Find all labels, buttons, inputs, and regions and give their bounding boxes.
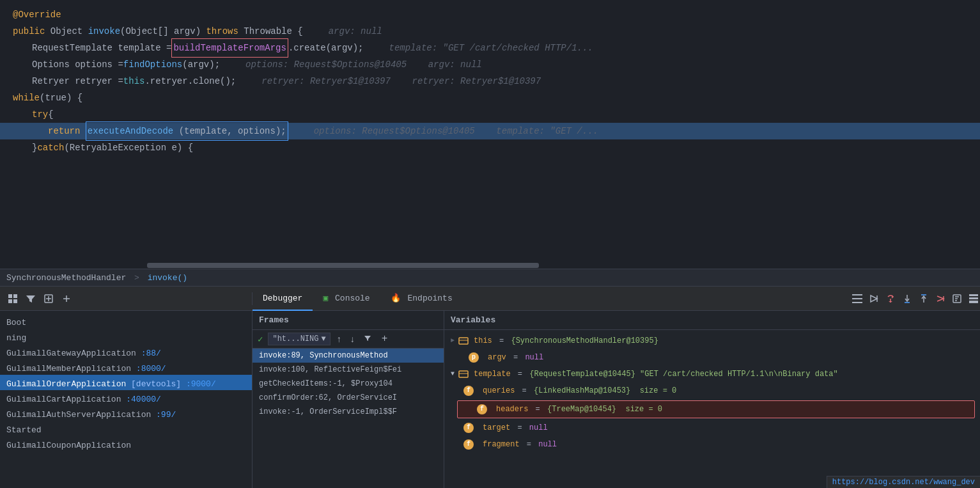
code-text: (template, options); — [179, 126, 286, 136]
code-line-7: try { — [0, 106, 980, 123]
var-name: queries — [483, 384, 515, 397]
variables-panel: Variables ► this = {SynchronousMethodHan… — [444, 311, 980, 488]
code-text: (RetryableException e) { — [64, 139, 193, 156]
var-item-queries: f queries = {LinkedHashMap@10453} size =… — [444, 382, 980, 399]
sidebar-item-boot[interactable]: Boot — [0, 313, 252, 329]
console-icon: ▣ — [323, 294, 328, 303]
code-line-1: @Override — [0, 6, 980, 23]
sidebar-item-cart[interactable]: GulimallCartApplication :40000/ — [0, 390, 252, 405]
var-value: null — [525, 351, 543, 364]
evaluate-icon[interactable] — [951, 292, 963, 305]
svg-rect-7 — [852, 302, 862, 303]
code-line-5: Retryer retryer = this .retryer.clone();… — [0, 73, 980, 90]
var-value: {TreeMap@10454} size = 0 — [547, 403, 662, 416]
variables-list: ► this = {SynchronousMethodHandler@10395… — [444, 330, 980, 488]
frames-filter-btn[interactable] — [361, 333, 374, 345]
code-text: public — [13, 23, 51, 40]
code-text: } — [32, 139, 37, 156]
var-item-this: ► this = {SynchronousMethodHandler@10395… — [444, 333, 980, 349]
step-into-icon[interactable] — [901, 292, 914, 305]
code-text: return — [48, 123, 80, 139]
frame-item-0[interactable]: invoke:89, SynchronousMethod — [253, 349, 444, 363]
svg-rect-0 — [8, 294, 12, 298]
svg-rect-2 — [8, 299, 12, 303]
sidebar-item-started[interactable]: Started — [0, 421, 252, 436]
code-text: Object — [51, 23, 88, 40]
debug-hint: template: "GET /cart/checked HTTP/1... — [389, 40, 593, 56]
code-text: catch — [37, 139, 64, 156]
code-text: @Override — [13, 6, 61, 23]
sidebar-item-auth[interactable]: GulimallAuthServerApplication :99/ — [0, 405, 252, 421]
var-list-icon — [458, 336, 469, 346]
restore-icon[interactable] — [42, 292, 55, 305]
sidebar-item-order[interactable]: GulimallOrderApplication [devtools] :900… — [0, 375, 252, 390]
filter-icon[interactable] — [24, 292, 37, 305]
var-name: target — [483, 421, 510, 434]
badge-f-icon: f — [477, 404, 487, 414]
list-icon[interactable] — [851, 292, 864, 305]
horizontal-scrollbar[interactable] — [0, 262, 980, 269]
code-line-9: } catch (RetryableException e) { — [0, 139, 980, 156]
code-line-3: RequestTemplate template = buildTemplate… — [0, 40, 980, 56]
sidebar-item-member[interactable]: GulimallMemberApplication :8000/ — [0, 359, 252, 375]
frame-item-1[interactable]: invoke:100, ReflectiveFeign$Fei — [253, 363, 444, 377]
frames-dropdown[interactable]: "ht...NING ▼ — [268, 333, 330, 345]
svg-rect-12 — [969, 297, 978, 299]
scrollbar-thumb — [147, 263, 539, 268]
code-editor: @Override public Object invoke (Object[]… — [0, 0, 980, 269]
breadcrumb-class: SynchronousMethodHandler — [6, 273, 126, 283]
bottom-toolbar: Debugger ▣ Console 🔥 Endpoints — [0, 287, 980, 311]
debug-hint: argv: null — [329, 23, 382, 40]
badge-f-icon: f — [463, 423, 474, 433]
var-value: null — [538, 438, 557, 451]
tab-endpoints[interactable]: 🔥 Endpoints — [380, 287, 463, 311]
svg-rect-6 — [852, 298, 862, 299]
tab-console[interactable]: ▣ Console — [313, 287, 380, 311]
code-text: invoke — [88, 23, 120, 40]
tab-debugger[interactable]: Debugger — [253, 287, 313, 311]
debug-hint: options: Request$Options@10405 template:… — [314, 123, 598, 139]
endpoints-icon: 🔥 — [391, 294, 401, 303]
frames-up-btn[interactable]: ↑ — [334, 333, 344, 345]
svg-rect-16 — [459, 371, 468, 377]
var-value: {LinkedHashMap@10453} size = 0 — [534, 384, 676, 397]
code-text: (Object[] argv) — [120, 23, 206, 40]
table-icon[interactable] — [967, 292, 980, 305]
frame-item-2[interactable]: getCheckedItems:-1, $Proxy104 — [253, 377, 444, 391]
expand-arrow-icon[interactable]: ► — [451, 335, 455, 347]
var-item-headers: f headers = {TreeMap@10454} size = 0 — [457, 400, 975, 418]
var-value: {SynchronousMethodHandler@10395} — [511, 335, 658, 347]
code-text: Retryer retryer = — [32, 73, 123, 90]
sidebar-item-ning[interactable]: ning — [0, 329, 252, 344]
add-icon[interactable] — [60, 292, 73, 305]
frames-plus-btn[interactable]: + — [378, 333, 392, 345]
frames-panel: Frames ✓ "ht...NING ▼ ↑ ↓ + — [253, 311, 444, 488]
var-list-icon — [458, 369, 469, 379]
bottom-content: Boot ning GulimallGatewayApplication :88… — [0, 311, 980, 488]
badge-f-icon: f — [463, 439, 474, 450]
var-equals: = — [517, 384, 531, 397]
badge-f-icon: f — [463, 386, 474, 396]
frame-item-4[interactable]: invoke:-1, OrderServiceImpl$$F — [253, 405, 444, 419]
frames-down-btn[interactable]: ↓ — [348, 333, 357, 345]
sidebar-item-coupon[interactable]: GulimallCouponApplication — [0, 436, 252, 452]
code-text: throws — [206, 23, 244, 40]
svg-rect-11 — [969, 294, 978, 296]
code-text: try — [32, 106, 48, 123]
resume-icon[interactable] — [867, 292, 880, 305]
collapse-arrow-icon[interactable]: ▼ — [451, 368, 455, 381]
code-text: .create(argv); — [288, 40, 364, 56]
step-out-icon[interactable] — [917, 292, 930, 305]
run-to-cursor-icon[interactable] — [934, 292, 947, 305]
code-text: { — [48, 106, 53, 123]
app-list-sidebar: Boot ning GulimallGatewayApplication :88… — [0, 311, 253, 488]
breadcrumb-method: invoke() — [148, 273, 187, 283]
var-name: fragment — [483, 438, 520, 451]
frame-item-3[interactable]: confirmOrder:62, OrderServiceI — [253, 391, 444, 405]
grid-icon[interactable] — [6, 292, 19, 305]
code-line-8-highlighted: return executeAndDecode (template, optio… — [0, 123, 980, 139]
sidebar-item-gateway[interactable]: GulimallGatewayApplication :88/ — [0, 344, 252, 359]
variables-header: Variables — [444, 311, 980, 330]
step-over-icon[interactable] — [884, 292, 897, 305]
code-text: while — [13, 90, 40, 106]
